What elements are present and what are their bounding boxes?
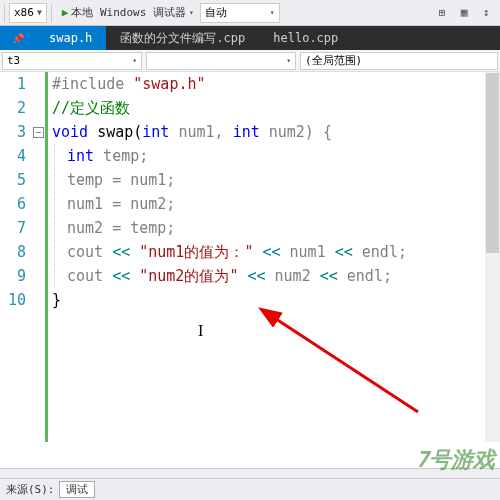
main-toolbar: x86▼ ▶本地 Windows 调试器▾ 自动▾ ⊞ ▦ ↕	[0, 0, 500, 26]
tool-icon-3[interactable]: ↕	[476, 3, 496, 23]
svg-line-0	[273, 317, 418, 412]
tool-icon-1[interactable]: ⊞	[432, 3, 452, 23]
pin-icon[interactable]: 📌	[0, 26, 35, 50]
bottom-divider	[0, 468, 500, 478]
arrow-annotation-icon	[258, 302, 428, 422]
line-gutter: 12345678910	[0, 72, 32, 442]
tab-hello-cpp[interactable]: hello.cpp	[259, 26, 352, 50]
fold-margin: −	[32, 72, 48, 442]
tab-swap-h[interactable]: swap.h	[35, 26, 106, 50]
source-label: 来源(S):	[6, 482, 55, 497]
nav-bar: t3▾ ▾ (全局范围)▾	[0, 50, 500, 72]
arch-combo[interactable]: x86▼	[9, 3, 47, 23]
play-icon: ▶	[62, 6, 69, 19]
scope-combo-left[interactable]: t3▾	[2, 52, 142, 70]
debug-button[interactable]: ▶本地 Windows 调试器▾	[56, 3, 200, 23]
editor-tabs: 📌 swap.h 函数的分文件编写.cpp hello.cpp	[0, 26, 500, 50]
text-cursor-icon: I	[198, 322, 203, 340]
scope-combo-mid[interactable]: ▾	[146, 52, 296, 70]
tab-main-cpp[interactable]: 函数的分文件编写.cpp	[106, 26, 259, 50]
scope-combo-right[interactable]: (全局范围)▾	[300, 52, 498, 70]
fold-button[interactable]: −	[33, 127, 44, 138]
mode-combo[interactable]: 自动▾	[200, 3, 280, 23]
code-area[interactable]: #include "swap.h" //定义函数 void swap(int n…	[48, 72, 500, 442]
source-combo[interactable]: 调试	[59, 481, 95, 498]
scroll-thumb[interactable]	[486, 73, 499, 253]
code-editor[interactable]: 12345678910 − #include "swap.h" //定义函数 v…	[0, 72, 500, 442]
vertical-scrollbar[interactable]	[485, 72, 500, 442]
status-bar: 来源(S): 调试	[0, 478, 500, 500]
tool-icon-2[interactable]: ▦	[454, 3, 474, 23]
